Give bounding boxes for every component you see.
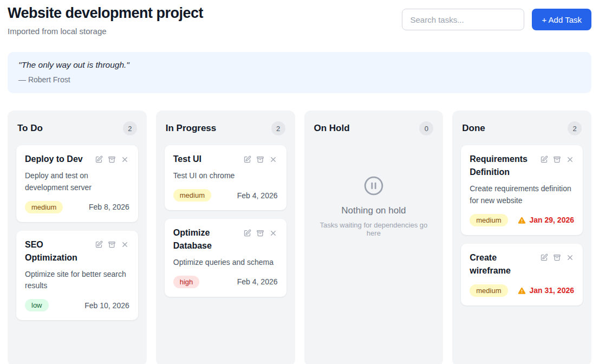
task-title: Optimize Database <box>173 226 239 252</box>
board-column: In Progress 2 Test UI <box>156 110 295 364</box>
close-icon[interactable] <box>565 155 574 164</box>
pause-icon <box>363 176 384 196</box>
add-task-button[interactable]: + Add Task <box>532 9 591 30</box>
search-input[interactable] <box>402 9 524 30</box>
due-date-text: Feb 4, 2026 <box>237 191 278 200</box>
priority-badge: medium <box>173 189 211 202</box>
due-date: Feb 4, 2026 <box>237 277 278 286</box>
priority-badge: medium <box>25 201 63 213</box>
card-top: Deploy to Dev <box>25 153 129 166</box>
edit-icon[interactable] <box>243 155 252 164</box>
task-card[interactable]: Deploy to Dev <box>16 145 138 222</box>
edit-icon[interactable] <box>539 253 548 262</box>
edit-icon[interactable] <box>95 155 103 164</box>
card-list: Deploy to Dev <box>16 145 138 320</box>
board-column: Done 2 Requirements Definition <box>452 110 591 364</box>
task-title: Deploy to Dev <box>25 153 90 166</box>
column-count-badge: 0 <box>419 121 433 135</box>
priority-badge: medium <box>470 284 507 297</box>
task-description: Optimize queries and schema <box>173 257 278 269</box>
edit-icon[interactable] <box>95 240 103 249</box>
card-actions <box>539 153 574 179</box>
empty-state-subtitle: Tasks waiting for dependencies go here <box>318 221 429 237</box>
task-card[interactable]: Requirements Definition <box>461 145 583 235</box>
task-card[interactable]: Test UI <box>165 145 287 210</box>
edit-icon[interactable] <box>539 155 548 164</box>
column-header: In Progress 2 <box>165 119 287 135</box>
task-card[interactable]: Create wireframe <box>461 244 583 306</box>
quote-banner: "The only way out is through." — Robert … <box>8 52 591 93</box>
column-count-badge: 2 <box>123 121 137 135</box>
archive-icon[interactable] <box>256 229 265 237</box>
due-date-text: Feb 10, 2026 <box>84 301 129 310</box>
due-date-text: Jan 29, 2026 <box>529 216 574 224</box>
card-top: Test UI <box>173 153 278 166</box>
header-actions: + Add Task <box>402 9 591 30</box>
archive-icon[interactable] <box>256 155 265 164</box>
column-count-badge: 2 <box>568 121 582 135</box>
page-subtitle: Imported from local storage <box>8 27 203 36</box>
close-icon[interactable] <box>269 155 278 164</box>
board-column: On Hold 0 Nothing on hold Tasks waiting … <box>304 110 444 364</box>
task-title: Create wireframe <box>470 251 535 277</box>
card-top: Requirements Definition <box>470 153 574 179</box>
due-date: Jan 31, 2026 <box>518 286 574 295</box>
empty-state: Nothing on hold Tasks waiting for depend… <box>313 145 435 237</box>
due-date: Feb 4, 2026 <box>237 191 278 200</box>
task-description: Deploy and test on development server <box>25 170 129 193</box>
column-header: Done 2 <box>461 119 583 135</box>
task-title: SEO Optimization <box>25 238 90 264</box>
task-card[interactable]: SEO Optimization <box>16 231 138 320</box>
card-actions <box>243 153 278 166</box>
due-date-text: Feb 4, 2026 <box>237 277 278 286</box>
page-title: Website development project <box>8 4 203 22</box>
close-icon[interactable] <box>269 229 278 237</box>
column-title: On Hold <box>314 123 350 134</box>
close-icon[interactable] <box>121 240 129 249</box>
priority-badge: low <box>25 299 49 311</box>
warning-icon <box>518 287 526 295</box>
card-actions <box>95 238 129 264</box>
archive-icon[interactable] <box>552 253 561 262</box>
column-title: Done <box>462 123 485 134</box>
due-date: Jan 29, 2026 <box>518 216 574 224</box>
card-list: Requirements Definition <box>461 145 583 305</box>
card-actions <box>539 251 574 277</box>
card-top: Optimize Database <box>173 226 278 252</box>
empty-state-title: Nothing on hold <box>341 205 406 216</box>
task-card[interactable]: Optimize Database <box>165 219 287 297</box>
column-count-badge: 2 <box>271 121 285 135</box>
close-icon[interactable] <box>565 253 574 262</box>
warning-icon <box>518 216 526 224</box>
due-date: Feb 8, 2026 <box>89 203 129 211</box>
archive-icon[interactable] <box>108 155 116 164</box>
task-title: Requirements Definition <box>470 153 535 179</box>
card-footer: medium Feb 4, 2026 <box>173 189 278 202</box>
card-footer: medium Jan 31, 2026 <box>470 284 574 297</box>
card-top: Create wireframe <box>470 251 574 277</box>
header-titles: Website development project Imported fro… <box>8 4 203 36</box>
task-description: Optimize site for better search results <box>25 269 129 292</box>
priority-badge: high <box>173 276 200 288</box>
card-actions <box>95 153 129 166</box>
quote-text: "The only way out is through." <box>18 60 581 70</box>
close-icon[interactable] <box>121 155 129 164</box>
board-column: To Do 2 Deploy to Dev <box>8 110 147 364</box>
page-header: Website development project Imported fro… <box>8 4 591 36</box>
task-description: Create requirements definition for new w… <box>470 183 574 206</box>
card-footer: medium Jan 29, 2026 <box>470 214 574 226</box>
edit-icon[interactable] <box>243 229 252 237</box>
board: To Do 2 Deploy to Dev <box>8 110 591 364</box>
card-top: SEO Optimization <box>25 238 129 264</box>
card-footer: low Feb 10, 2026 <box>25 299 129 311</box>
archive-icon[interactable] <box>108 240 116 249</box>
task-title: Test UI <box>173 153 239 166</box>
due-date: Feb 10, 2026 <box>84 301 129 310</box>
column-title: In Progress <box>166 123 217 134</box>
archive-icon[interactable] <box>552 155 561 164</box>
task-description: Test UI on chrome <box>173 170 278 182</box>
column-title: To Do <box>17 123 43 134</box>
card-actions <box>243 226 278 252</box>
priority-badge: medium <box>470 214 507 226</box>
column-header: On Hold 0 <box>313 119 435 135</box>
